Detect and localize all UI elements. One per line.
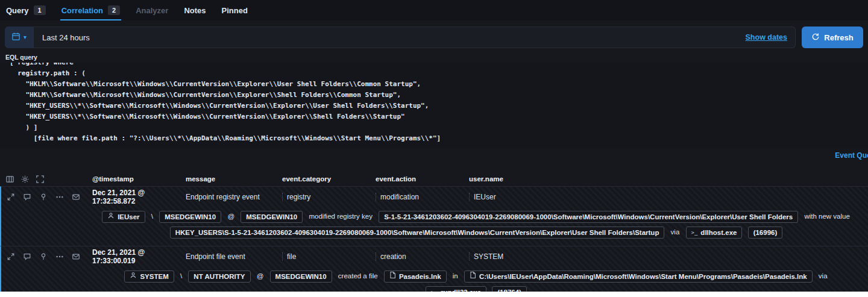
- tab-query-count-badge: 1: [34, 5, 46, 15]
- user-icon: [130, 269, 137, 284]
- message-cell[interactable]: Endpoint file event: [186, 252, 282, 261]
- column-header-event-action[interactable]: event.action: [376, 175, 469, 183]
- eql-clipped-line: [ registry where: [0, 63, 868, 68]
- pin-event-icon[interactable]: [39, 252, 48, 261]
- eql-line: [file where file.path : "?:\\Users\\*\\A…: [0, 133, 868, 144]
- separator-at: @: [227, 213, 234, 220]
- event-query-tab[interactable]: Event Query: [835, 151, 868, 160]
- renderer-verb: modified registry key: [309, 213, 372, 220]
- event-category-cell[interactable]: file: [282, 252, 376, 261]
- gear-icon[interactable]: [20, 174, 30, 184]
- document-icon: [389, 269, 396, 284]
- timestamp-cell[interactable]: Dec 21, 2021 @ 17:32:58.872: [92, 189, 186, 205]
- event-action-cell[interactable]: modification: [376, 193, 469, 201]
- eql-query-label: EQL query: [0, 54, 868, 61]
- timeline-tab-bar: Query 1 Correlation 2 Analyzer Notes Pin…: [0, 0, 868, 20]
- timeline-events-table: @timestamp message event.category event.…: [0, 172, 868, 297]
- registry-value-badge[interactable]: HKEY_USERS\S-1-5-21-3461203602-409630401…: [170, 227, 665, 239]
- tab-correlation-label: Correlation: [61, 6, 103, 15]
- event-actions: [6, 252, 92, 261]
- user-badge[interactable]: SYSTEM: [124, 270, 174, 283]
- refresh-button-label: Refresh: [824, 33, 853, 42]
- process-badge[interactable]: >_dllhost.exe: [686, 227, 743, 239]
- column-header-event-category[interactable]: event.category: [282, 175, 376, 183]
- expand-event-icon[interactable]: [6, 252, 16, 261]
- renderer-verb: created a file: [338, 272, 378, 280]
- pin-event-icon[interactable]: [39, 192, 48, 202]
- renderer-with-text: with new value: [804, 213, 849, 220]
- eql-line: "HKLM\\Software\\Microsoft\\Windows\\Cur…: [0, 79, 868, 90]
- eql-footer: Event Query: [0, 149, 868, 162]
- field-browser-icon[interactable]: [5, 174, 14, 184]
- event-main-row: Dec 21, 2021 @ 17:33:00.019 Endpoint fil…: [1, 246, 868, 267]
- domain-badge[interactable]: MSEDGEWIN10: [159, 211, 221, 223]
- host-badge[interactable]: MSEDGEWIN10: [270, 270, 332, 283]
- tab-correlation[interactable]: Correlation 2: [61, 0, 120, 20]
- date-picker-bar: ▾ Last 24 hours Show dates Refresh: [0, 20, 868, 48]
- date-range-value[interactable]: Last 24 hours: [34, 33, 746, 42]
- chevron-down-icon: ▾: [24, 34, 27, 40]
- more-actions-icon[interactable]: [55, 192, 64, 202]
- add-note-icon[interactable]: [22, 192, 32, 202]
- eql-line: ) ]: [0, 122, 868, 133]
- timestamp-cell[interactable]: Dec 21, 2021 @ 17:33:00.019: [92, 248, 186, 265]
- renderer-via-text: via: [819, 272, 828, 280]
- refresh-button[interactable]: Refresh: [802, 27, 863, 48]
- pid-badge[interactable]: (16996): [748, 227, 783, 239]
- tab-query-label: Query: [6, 6, 29, 15]
- user-icon: [107, 209, 115, 225]
- eql-line: "HKEY_USERS\\*\\Software\\Microsoft\\Win…: [0, 111, 868, 122]
- user-name-cell[interactable]: SYSTEM: [469, 252, 868, 261]
- quick-select-button[interactable]: ▾: [5, 27, 34, 48]
- tab-notes-label: Notes: [184, 6, 206, 15]
- event-action-cell[interactable]: creation: [376, 252, 469, 261]
- column-header-message[interactable]: message: [186, 175, 282, 183]
- eql-query-textarea[interactable]: [ registry where registry.path : ( "HKLM…: [0, 63, 868, 149]
- column-header-user-name[interactable]: user.name: [469, 175, 868, 183]
- more-actions-icon[interactable]: [55, 252, 64, 261]
- user-badge[interactable]: IEUser: [102, 211, 145, 223]
- tab-pinned[interactable]: Pinned: [222, 0, 248, 20]
- eql-line: registry.path : (: [0, 68, 868, 79]
- eql-line: "HKEY_USERS\\*\\Software\\Microsoft\\Win…: [0, 101, 868, 111]
- file-name-badge[interactable]: Pasadeis.lnk: [384, 270, 447, 283]
- tab-query[interactable]: Query 1: [6, 0, 46, 20]
- registry-key-badge[interactable]: S-1-5-21-3461203602-4096304019-226908006…: [379, 211, 798, 223]
- refresh-icon: [811, 33, 820, 43]
- tab-analyzer-label: Analyzer: [136, 6, 168, 15]
- table-header-row: @timestamp message event.category event.…: [0, 172, 868, 186]
- calendar-icon: [11, 32, 20, 43]
- eql-line: "HKLM\\Software\\Microsoft\\Windows\\Cur…: [0, 90, 868, 101]
- renderer-in-text: in: [453, 272, 458, 280]
- separator-backslash: \: [151, 213, 153, 220]
- renderer-via-text: via: [671, 228, 680, 236]
- event-category-cell[interactable]: registry: [282, 193, 376, 201]
- event-row: Dec 21, 2021 @ 17:32:58.872 Endpoint reg…: [0, 186, 868, 246]
- domain-badge[interactable]: NT AUTHORITY: [188, 270, 250, 283]
- bottom-strip: [0, 292, 868, 297]
- envelope-icon[interactable]: [71, 192, 81, 202]
- tab-pinned-label: Pinned: [222, 6, 248, 15]
- separator-backslash: \: [180, 272, 182, 280]
- user-name-cell[interactable]: IEUser: [469, 193, 868, 201]
- terminal-icon: >_: [691, 225, 698, 240]
- event-row: Dec 21, 2021 @ 17:33:00.019 Endpoint fil…: [0, 246, 868, 297]
- fullscreen-icon[interactable]: [35, 174, 45, 184]
- tab-correlation-count-badge: 2: [108, 5, 120, 15]
- message-cell[interactable]: Endpoint registry event: [186, 193, 282, 201]
- tab-analyzer: Analyzer: [136, 0, 168, 20]
- file-path-badge[interactable]: C:\Users\IEUser\AppData\Roaming\Microsof…: [464, 270, 813, 283]
- separator-at: @: [257, 272, 264, 280]
- column-header-timestamp[interactable]: @timestamp: [92, 175, 186, 183]
- add-note-icon[interactable]: [22, 252, 32, 261]
- document-icon: [470, 269, 476, 284]
- show-dates-link[interactable]: Show dates: [746, 33, 796, 42]
- expand-event-icon[interactable]: [6, 192, 16, 202]
- event-actions: [6, 192, 92, 202]
- envelope-icon[interactable]: [71, 252, 81, 261]
- tab-notes[interactable]: Notes: [184, 0, 206, 20]
- event-main-row: Dec 21, 2021 @ 17:32:58.872 Endpoint reg…: [1, 187, 868, 207]
- event-renderer: IEUser \ MSEDGEWIN10 @ MSEDGEWIN10 modif…: [1, 207, 868, 246]
- host-badge[interactable]: MSEDGEWIN10: [241, 211, 303, 223]
- table-header-tools: [5, 174, 92, 184]
